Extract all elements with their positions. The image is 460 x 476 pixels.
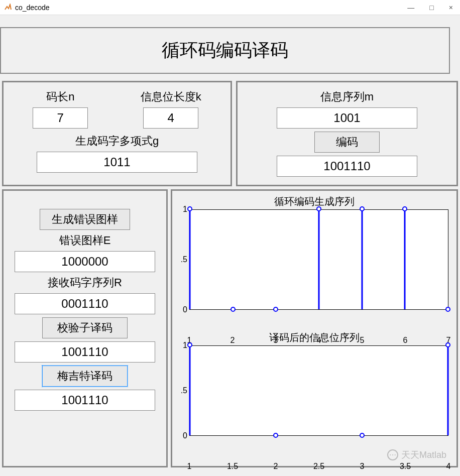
chart1-axes: 0.51 1234567	[189, 209, 448, 335]
gen-error-button[interactable]: 生成错误图样	[40, 209, 130, 230]
error-label: 错误图样E	[7, 233, 163, 248]
k-input[interactable]: 4	[143, 107, 198, 129]
m-input[interactable]: 1001	[277, 107, 417, 129]
charts-panel: 循环编码生成序列 0.51 1234567 译码后的信息位序列 0.51 11.…	[171, 189, 458, 467]
encode-panel: 信息序列m 1001 编码 1001110	[236, 81, 458, 186]
syndrome-button[interactable]: 校验子译码	[42, 317, 128, 338]
window-titlebar: co_decode — □ ×	[0, 0, 460, 15]
meggitt-output[interactable]: 1001110	[15, 390, 155, 411]
n-input[interactable]: 7	[33, 107, 88, 129]
m-label: 信息序列m	[241, 89, 453, 104]
error-input[interactable]: 1000000	[15, 251, 155, 272]
matlab-icon	[4, 4, 12, 12]
meggitt-button[interactable]: 梅吉特译码	[42, 366, 128, 387]
minimize-button[interactable]: —	[404, 4, 417, 12]
recv-input[interactable]: 0001110	[15, 293, 155, 314]
encoded-output[interactable]: 1001110	[277, 156, 417, 177]
maximize-button[interactable]: □	[426, 4, 436, 12]
params-panel: 码长n 7 信息位长度k 4 生成码字多项式g 1011	[2, 81, 232, 186]
g-label: 生成码字多项式g	[7, 134, 227, 149]
encode-button[interactable]: 编码	[314, 132, 380, 153]
k-label: 信息位长度k	[141, 89, 201, 104]
decode-panel: 生成错误图样 错误图样E 1000000 接收码字序列R 0001110 校验子…	[2, 189, 168, 467]
main-title: 循环码编码译码	[0, 27, 450, 74]
recv-label: 接收码字序列R	[7, 275, 163, 290]
g-input[interactable]: 1011	[37, 152, 197, 173]
chart1-title: 循环编码生成序列	[174, 195, 454, 208]
window-title: co_decode	[15, 4, 404, 12]
chart2-axes: 0.51 11.522.533.54	[189, 345, 448, 461]
close-button[interactable]: ×	[446, 4, 456, 12]
syndrome-output[interactable]: 1001110	[15, 341, 155, 363]
n-label: 码长n	[33, 89, 88, 104]
